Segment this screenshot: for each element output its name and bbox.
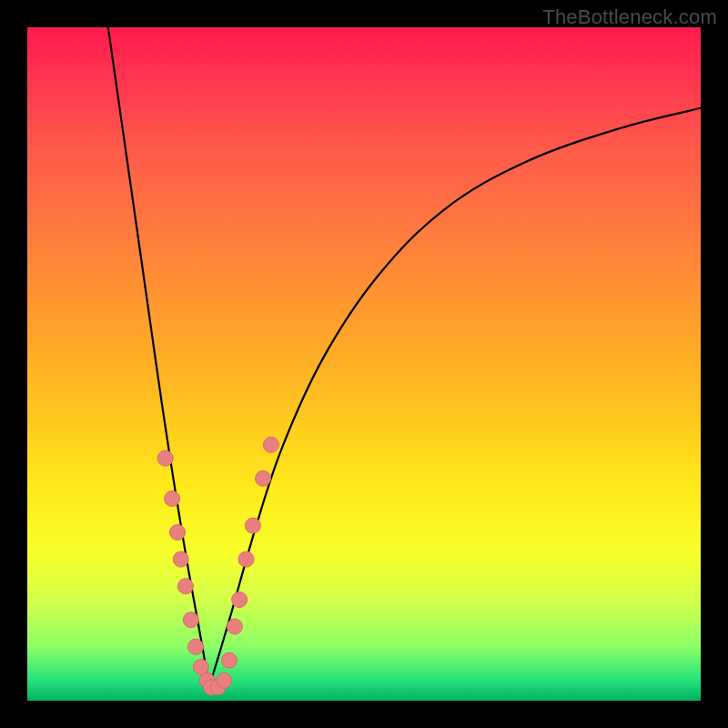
outer-frame: TheBottleneck.com <box>0 0 728 728</box>
marker-point <box>232 592 248 608</box>
curve-layer <box>108 27 701 687</box>
marker-point <box>245 518 260 533</box>
marker-point <box>263 437 278 452</box>
plot-area <box>27 27 701 701</box>
chart-svg <box>27 27 701 701</box>
marker-point <box>183 612 198 628</box>
marker-point <box>217 672 232 688</box>
marker-point <box>165 491 180 507</box>
marker-point <box>238 551 254 567</box>
watermark-text: TheBottleneck.com <box>542 5 717 29</box>
marker-point <box>256 470 271 486</box>
series-left-branch <box>108 27 209 687</box>
marker-point <box>188 639 204 654</box>
marker-point <box>157 450 173 466</box>
marker-point <box>173 551 188 567</box>
marker-point <box>227 619 242 634</box>
marker-point <box>170 525 186 541</box>
marker-point <box>177 579 193 594</box>
series-right-branch <box>209 108 701 687</box>
marker-point <box>222 652 238 668</box>
